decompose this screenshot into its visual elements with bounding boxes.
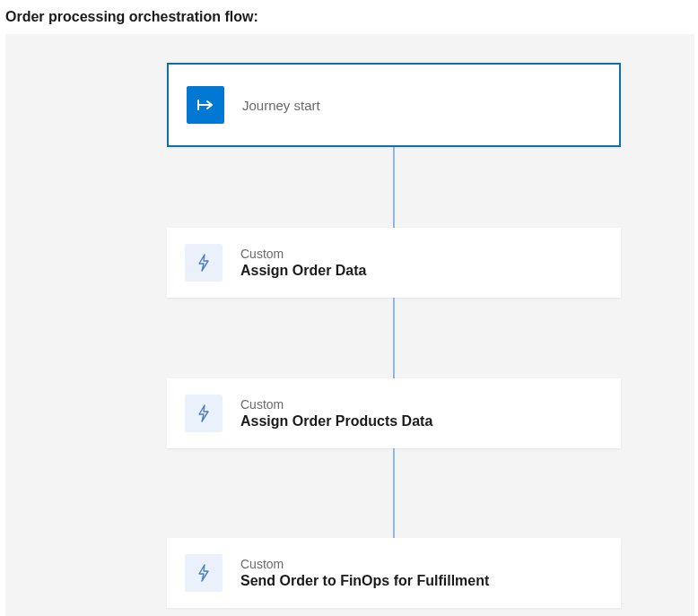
flow-node-kind: Custom [240, 247, 366, 261]
flow-node-text: Custom Assign Order Products Data [240, 397, 432, 429]
flow-node-text: Custom Assign Order Data [240, 247, 366, 279]
flow-connector [393, 298, 395, 378]
flow-node-title: Send Order to FinOps for Fulfillment [240, 573, 489, 589]
journey-start-icon [187, 86, 224, 124]
flow-node-title: Assign Order Data [240, 263, 366, 279]
flow-node-assign-order-data[interactable]: Custom Assign Order Data [167, 228, 621, 298]
lightning-icon [185, 554, 222, 592]
flow-canvas: Journey start Custom Assign Order Data [5, 34, 694, 616]
flow-node-send-order-finops[interactable]: Custom Send Order to FinOps for Fulfillm… [167, 538, 621, 608]
flow-node-kind: Custom [240, 557, 489, 571]
page-title: Order processing orchestration flow: [0, 0, 698, 34]
flow-connector [393, 147, 395, 228]
flow-connector [393, 448, 395, 538]
lightning-icon [185, 244, 222, 282]
flow-node-kind: Custom [240, 397, 432, 412]
flow-node-text: Custom Send Order to FinOps for Fulfillm… [240, 557, 489, 589]
flow-node-title: Journey start [242, 98, 320, 113]
flow-node-start[interactable]: Journey start [167, 63, 621, 147]
lightning-icon [185, 395, 222, 432]
flow-node-assign-order-products-data[interactable]: Custom Assign Order Products Data [167, 378, 621, 448]
flow-node-title: Assign Order Products Data [240, 413, 432, 429]
flow-node-text: Journey start [242, 98, 320, 113]
flow-column: Journey start Custom Assign Order Data [167, 63, 621, 608]
